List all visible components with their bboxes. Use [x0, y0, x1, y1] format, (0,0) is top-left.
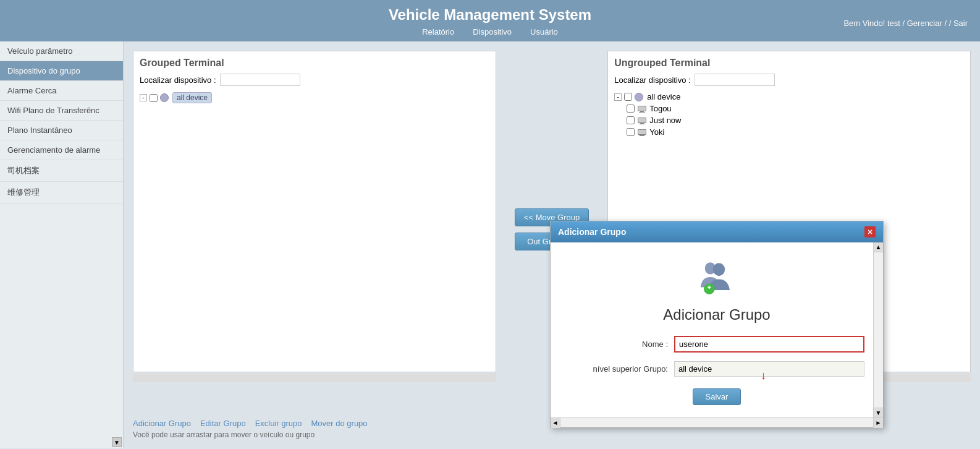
svg-rect-11 — [639, 135, 645, 136]
ungrouped-all-device-label: all device — [647, 92, 680, 101]
monitor-icon-yoki — [637, 129, 647, 136]
grouped-tree-collapse[interactable]: - — [140, 94, 147, 101]
just-now-checkbox[interactable] — [627, 116, 635, 124]
nav-usuario[interactable]: Usuário — [530, 27, 558, 36]
grouped-search-label: Localizar dispositivo : — [140, 75, 216, 85]
ungrouped-all-device-checkbox[interactable] — [624, 93, 632, 101]
yoki-label: Yoki — [649, 127, 664, 137]
sidebar-item-alarme-cerca[interactable]: Alarme Cerca — [0, 81, 123, 101]
sidebar-scroll-down[interactable]: ▼ — [112, 437, 122, 447]
nome-label: Nome : — [569, 340, 668, 349]
modal-scroll-up[interactable]: ▲ — [874, 242, 883, 252]
tree-item-togou: Togou — [627, 103, 964, 114]
grouped-terminal-title: Grouped Terminal — [140, 58, 489, 69]
sidebar-item-gerenciamento[interactable]: Gerenciamento de alarme — [0, 140, 123, 160]
grouped-all-device-checkbox[interactable] — [150, 94, 158, 102]
app-title: Vehicle Management System — [0, 6, 980, 24]
nav-relatorio[interactable]: Relatório — [422, 27, 454, 36]
grouped-device-status-icon — [160, 93, 169, 102]
modal-h-scrollbar[interactable]: ◄ ► — [551, 417, 883, 427]
ungrouped-terminal-title: Ungrouped Terminal — [614, 58, 964, 69]
sidebar: Veículo parâmetro Dispositivo do grupo A… — [0, 41, 124, 448]
grouped-search-input[interactable] — [220, 74, 300, 86]
modal-scrollbar[interactable]: ▲ ▼ — [873, 242, 883, 417]
modal-scroll-down[interactable]: ▼ — [874, 408, 883, 417]
just-now-label: Just now — [649, 116, 681, 125]
yoki-checkbox[interactable] — [627, 128, 635, 136]
svg-rect-16 — [709, 286, 710, 289]
modal-heading: Adicionar Grupo — [663, 306, 770, 323]
modal-adicionar-grupo: Adicionar Grupo × — [550, 221, 884, 428]
sidebar-item-dispositivo-grupo[interactable]: Dispositivo do grupo — [0, 61, 123, 81]
svg-rect-3 — [639, 112, 645, 113]
nivel-input[interactable] — [674, 361, 864, 377]
tree-item-yoki: Yoki — [627, 126, 964, 138]
sidebar-item-plano[interactable]: Plano Instantâneo — [0, 121, 123, 140]
grouped-hscrollbar[interactable] — [133, 374, 496, 382]
sidebar-item-chinese1[interactable]: 司机档案 — [0, 160, 123, 182]
sidebar-item-wifi[interactable]: Wifi Plano de Transferênc — [0, 101, 123, 121]
svg-rect-9 — [638, 130, 646, 134]
link-mover-grupo[interactable]: Mover do grupo — [311, 419, 368, 428]
nav-dispositivo[interactable]: Dispositivo — [473, 27, 512, 36]
togou-label: Togou — [649, 104, 671, 113]
svg-rect-1 — [638, 106, 646, 111]
salvar-button[interactable]: Salvar — [693, 388, 741, 405]
modal-close-button[interactable]: × — [864, 226, 876, 237]
link-excluir-grupo[interactable]: Excluir grupo — [255, 419, 302, 428]
svg-rect-5 — [638, 118, 646, 122]
ungrouped-device-status-icon — [635, 93, 643, 101]
ungrouped-search-label: Localizar dispositivo : — [614, 75, 691, 85]
modal-h-scroll-right[interactable]: ► — [873, 418, 883, 428]
grouped-all-device-label: all device — [172, 92, 212, 103]
tree-item-just-now: Just now — [627, 114, 964, 126]
nome-input[interactable] — [674, 336, 864, 353]
ungrouped-search-input[interactable] — [695, 74, 775, 86]
svg-point-13 — [713, 263, 725, 276]
welcome-text: Bem Vindo! test / Gerenciar / / Sair — [843, 19, 968, 28]
modal-header-title: Adicionar Grupo — [558, 227, 626, 237]
sidebar-item-chinese2[interactable]: 维修管理 — [0, 182, 123, 203]
link-editar-grupo[interactable]: Editar Grupo — [200, 419, 246, 428]
nivel-label: nível superior Grupo: — [569, 364, 668, 374]
svg-rect-7 — [639, 124, 645, 124]
sidebar-item-veiculo-parametro[interactable]: Veículo parâmetro — [0, 41, 123, 61]
monitor-icon-togou — [637, 105, 647, 113]
monitor-icon-just-now — [637, 117, 647, 124]
bottom-hint: Você pode usar arrastar para mover o veí… — [133, 430, 971, 439]
link-adicionar-grupo[interactable]: Adicionar Grupo — [133, 419, 191, 428]
modal-group-icon — [695, 255, 738, 300]
togou-checkbox[interactable] — [627, 105, 635, 113]
ungrouped-tree-collapse[interactable]: - — [614, 93, 622, 101]
modal-scroll-track — [874, 252, 883, 408]
modal-h-scroll-left[interactable]: ◄ — [551, 418, 560, 428]
